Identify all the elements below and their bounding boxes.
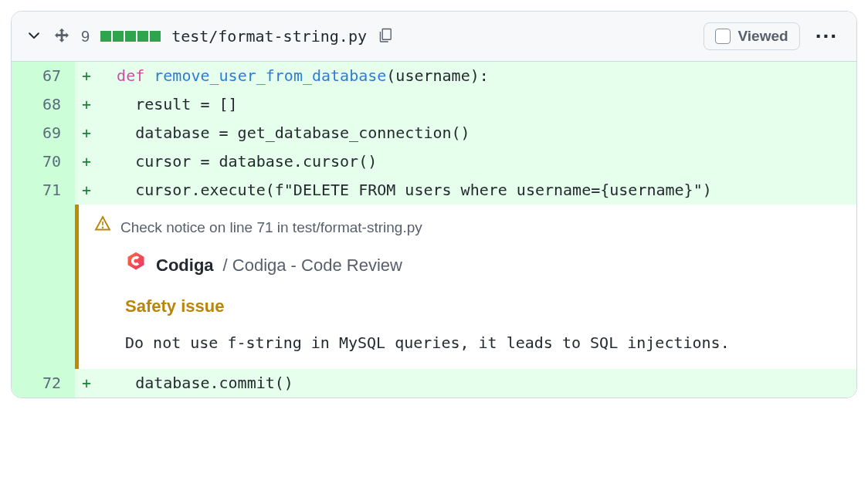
diff-marker: + [75,147,98,176]
line-number[interactable]: 69 [12,119,75,147]
annotation-body: Check notice on line 71 in test/format-s… [75,205,856,369]
code-content: cursor = database.cursor() [98,147,856,176]
diff-marker: + [75,90,98,119]
annotation-notice-line: Check notice on line 71 in test/format-s… [79,205,856,247]
viewed-toggle[interactable]: Viewed [704,22,800,50]
annotation-title-row: Codiga/ Codiga - Code Review [125,250,841,282]
issue-type: Safety issue [125,291,841,323]
annotation-notice-text: Check notice on line 71 in test/format-s… [120,214,422,241]
codiga-logo-icon [125,250,147,281]
diff-row[interactable]: 71+ cursor.execute(f"DELETE FROM users w… [12,176,856,205]
change-count: 9 [81,28,90,46]
file-path[interactable]: test/format-string.py [171,27,367,46]
diff-row[interactable]: 67+ def remove_user_from_database(userna… [12,62,856,90]
code-content: def remove_user_from_database(username): [98,62,856,90]
warning-icon [94,214,111,241]
copy-icon[interactable] [378,26,395,46]
diff-row[interactable]: 69+ database = get_database_connection() [12,119,856,147]
annotation-gutter [12,205,75,369]
code-content: result = [] [98,90,856,119]
diff-row[interactable]: 70+ cursor = database.cursor() [12,147,856,176]
svg-point-0 [102,226,103,228]
line-number[interactable]: 67 [12,62,75,90]
diff-marker: + [75,119,98,147]
line-number[interactable]: 70 [12,147,75,176]
issue-message: Do not use f-string in MySQL queries, it… [125,330,743,355]
viewed-label: Viewed [738,28,788,45]
diff-marker: + [75,176,98,205]
diff-row[interactable]: 68+ result = [] [12,90,856,119]
annotation-brand-suffix: / Codiga - Code Review [223,250,402,282]
code-content: database.commit() [98,369,856,398]
file-header: 9 test/format-string.py Viewed ··· [12,12,856,62]
diff-stat-squares [100,31,161,42]
line-number[interactable]: 72 [12,369,75,398]
viewed-checkbox[interactable] [715,29,731,44]
diff-row[interactable]: 72+ database.commit() [12,369,856,398]
diff-marker: + [75,369,98,398]
line-number[interactable]: 71 [12,176,75,205]
diff-body: 67+ def remove_user_from_database(userna… [12,62,856,398]
annotation-brand[interactable]: Codiga [156,250,214,282]
code-content: cursor.execute(f"DELETE FROM users where… [98,176,856,205]
diff-marker: + [75,62,98,90]
code-content: database = get_database_connection() [98,119,856,147]
svg-rect-1 [102,222,103,225]
chevron-down-icon[interactable] [25,26,42,46]
annotation-content: Codiga/ Codiga - Code ReviewSafety issue… [79,247,856,368]
check-annotation: Check notice on line 71 in test/format-s… [12,205,856,369]
diff-file-card: 9 test/format-string.py Viewed ··· 67+ d… [11,11,857,398]
line-number[interactable]: 68 [12,90,75,119]
expand-diff-icon[interactable] [53,26,70,46]
kebab-menu-icon[interactable]: ··· [811,25,843,47]
